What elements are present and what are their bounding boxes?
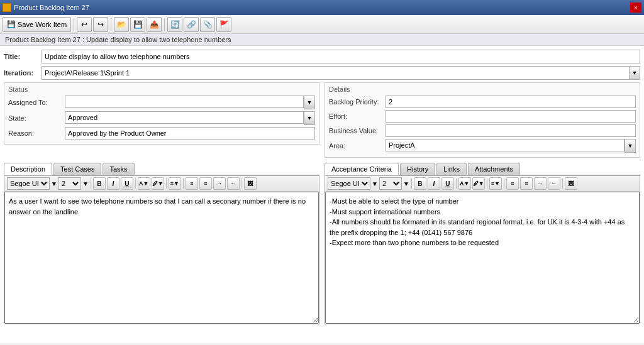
iteration-dropdown-button[interactable]: ▼ — [629, 66, 640, 80]
acceptance-size-select[interactable]: 2 — [379, 177, 402, 190]
close-button[interactable]: × — [630, 3, 641, 13]
attach-button[interactable]: 📎 — [200, 17, 215, 32]
acceptance-bold-button[interactable]: B — [414, 177, 426, 190]
state-row: State: ▼ — [8, 111, 315, 125]
assigned-to-row: Assigned To: ▼ — [8, 96, 315, 109]
acceptance-underline-button[interactable]: U — [441, 177, 454, 190]
reason-label: Reason: — [8, 129, 65, 137]
status-section: Status Assigned To: ▼ State: ▼ — [4, 82, 319, 160]
acceptance-font-color-button[interactable]: A▼ — [458, 177, 471, 190]
editor-sep-2 — [135, 178, 136, 189]
state-dropdown[interactable]: ▼ — [304, 111, 315, 125]
tab-links[interactable]: Links — [436, 163, 467, 175]
acceptance-outdent-button[interactable]: ← — [548, 177, 560, 190]
app-icon — [3, 3, 11, 12]
save-button[interactable]: 💾 — [130, 17, 145, 32]
status-title: Status — [8, 85, 315, 93]
tab-test-cases[interactable]: Test Cases — [53, 163, 101, 175]
toolbar-separator-3 — [164, 18, 165, 31]
indent-button[interactable]: → — [213, 177, 226, 190]
tab-tasks[interactable]: Tasks — [103, 163, 134, 175]
acceptance-editor: Segoe UI ▼ 2 ▼ B I U A▼ 🖊▼ ≡▼ — [325, 175, 640, 324]
acceptance-italic-button[interactable]: I — [428, 177, 440, 190]
assigned-to-label: Assigned To: — [8, 99, 65, 106]
iteration-input-group: ▼ — [42, 66, 640, 80]
font-color-button[interactable]: A▼ — [138, 177, 150, 190]
undo-button[interactable]: ↩ — [77, 17, 92, 32]
toolbar: 💾 Save Work Item ↩ ↪ 📂 💾 📤 🔄 🔗 📎 🚩 — [0, 15, 644, 34]
title-input[interactable] — [42, 50, 640, 63]
tab-attachments[interactable]: Attachments — [468, 163, 520, 175]
acceptance-align-button[interactable]: ≡▼ — [489, 177, 502, 190]
area-label: Area: — [329, 142, 386, 150]
business-value-input[interactable] — [386, 124, 636, 137]
acceptance-sep-1 — [411, 178, 412, 189]
bottom-panels: Description Test Cases Tasks Segoe UI ▼ … — [4, 163, 640, 324]
tab-acceptance-criteria[interactable]: Acceptance Criteria — [325, 163, 399, 175]
toolbar-separator-2 — [111, 18, 111, 31]
description-content[interactable] — [4, 192, 319, 324]
description-font-select[interactable]: Segoe UI — [7, 177, 50, 190]
align-button[interactable]: ≡▼ — [169, 177, 181, 190]
title-row: Title: — [4, 50, 640, 63]
description-size-select[interactable]: 2 — [58, 177, 81, 190]
link-button[interactable]: 🔗 — [184, 17, 199, 32]
title-bar: Product Backlog Item 27 × — [0, 0, 644, 15]
highlight-button[interactable]: 🖊▼ — [152, 177, 164, 190]
editor-sep-3 — [166, 178, 167, 189]
details-title: Details — [329, 85, 636, 93]
save-icon: 💾 — [7, 20, 16, 28]
description-editor: Segoe UI ▼ 2 ▼ B I U A▼ 🖊▼ ≡▼ — [4, 175, 319, 324]
acceptance-content[interactable] — [325, 192, 640, 324]
description-panel: Description Test Cases Tasks Segoe UI ▼ … — [4, 163, 319, 324]
breadcrumb: Product Backlog Item 27 : Update display… — [0, 34, 644, 46]
effort-row: Effort: — [329, 110, 636, 123]
acceptance-highlight-button[interactable]: 🖊▼ — [472, 177, 485, 190]
assigned-to-input[interactable] — [65, 96, 304, 108]
tab-history[interactable]: History — [400, 163, 435, 175]
flag-button[interactable]: 🚩 — [216, 17, 231, 32]
acceptance-image-button[interactable]: 🖼 — [565, 177, 577, 190]
acceptance-tab-bar: Acceptance Criteria History Links Attach… — [325, 163, 640, 175]
tab-description[interactable]: Description — [4, 163, 52, 175]
assigned-to-dropdown[interactable]: ▼ — [304, 96, 315, 109]
description-tab-bar: Description Test Cases Tasks — [4, 163, 319, 175]
backlog-priority-label: Backlog Priority: — [329, 98, 386, 106]
description-editor-wrap — [4, 192, 319, 324]
acceptance-sep-5 — [562, 178, 563, 189]
details-box: Details Backlog Priority: Effort: Busine… — [325, 82, 640, 158]
area-row: Area: ▼ — [329, 139, 636, 153]
reason-input[interactable] — [65, 127, 315, 140]
area-input[interactable] — [386, 139, 625, 151]
acceptance-sep-4 — [504, 178, 504, 189]
acceptance-panel: Acceptance Criteria History Links Attach… — [325, 163, 640, 324]
publish-button[interactable]: 📤 — [147, 17, 162, 32]
iteration-label: Iteration: — [4, 69, 42, 77]
effort-input[interactable] — [386, 110, 636, 123]
bold-button[interactable]: B — [93, 177, 106, 190]
acceptance-sep-3 — [487, 178, 487, 189]
title-bar-text: Product Backlog Item 27 — [14, 4, 630, 11]
bullet-list-button[interactable]: ≡ — [186, 177, 198, 190]
numbered-list-button[interactable]: ≡ — [199, 177, 212, 190]
redo-button[interactable]: ↪ — [93, 17, 108, 32]
acceptance-font-select[interactable]: Segoe UI — [328, 177, 370, 190]
save-work-item-button[interactable]: 💾 Save Work Item — [3, 17, 71, 32]
details-section: Details Backlog Priority: Effort: Busine… — [325, 82, 640, 160]
state-input[interactable] — [65, 111, 304, 124]
acceptance-numbered-button[interactable]: ≡ — [520, 177, 533, 190]
underline-button[interactable]: U — [121, 177, 133, 190]
editor-sep-5 — [242, 178, 242, 189]
refresh-button[interactable]: 🔄 — [167, 17, 182, 32]
acceptance-indent-button[interactable]: → — [534, 177, 547, 190]
open-button[interactable]: 📂 — [114, 17, 129, 32]
backlog-priority-input[interactable] — [386, 96, 636, 108]
acceptance-bullet-button[interactable]: ≡ — [506, 177, 519, 190]
image-button[interactable]: 🖼 — [244, 177, 257, 190]
editor-sep-4 — [183, 178, 184, 189]
reason-row: Reason: — [8, 127, 315, 140]
area-dropdown[interactable]: ▼ — [625, 139, 636, 153]
iteration-input[interactable] — [42, 66, 629, 80]
outdent-button[interactable]: ← — [227, 177, 240, 190]
italic-button[interactable]: I — [107, 177, 119, 190]
